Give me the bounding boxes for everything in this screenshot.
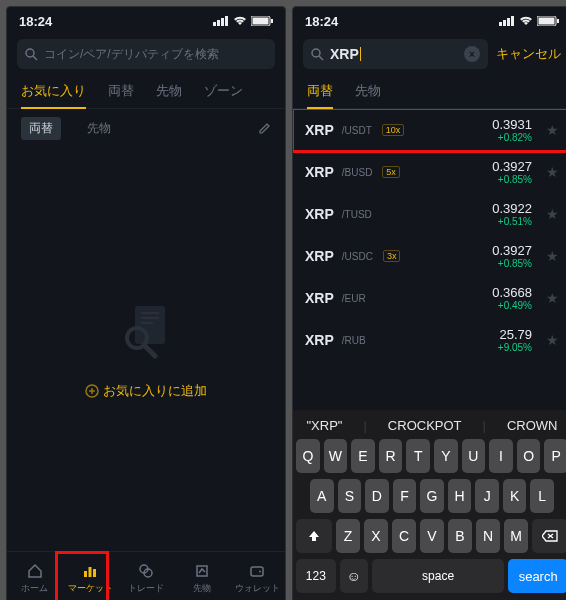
key-e[interactable]: E <box>351 439 375 473</box>
tab-futures[interactable]: 先物 <box>156 82 182 108</box>
key-g[interactable]: G <box>420 479 444 513</box>
key-p[interactable]: P <box>544 439 566 473</box>
svg-rect-24 <box>251 567 263 576</box>
cancel-button[interactable]: キャンセル <box>496 45 561 63</box>
search-input[interactable]: XRP × <box>303 39 488 69</box>
nav-wallet[interactable]: ウォレット <box>229 552 285 600</box>
trade-icon <box>138 562 154 580</box>
signal-icon <box>499 16 515 26</box>
key-j[interactable]: J <box>475 479 499 513</box>
key-l[interactable]: L <box>530 479 554 513</box>
tab-zones[interactable]: ゾーン <box>204 82 243 108</box>
key-v[interactable]: V <box>420 519 444 553</box>
plus-circle-icon <box>85 384 99 398</box>
symbol: XRP <box>305 248 334 264</box>
key-k[interactable]: K <box>503 479 527 513</box>
star-icon[interactable]: ★ <box>546 122 559 138</box>
svg-line-14 <box>144 345 155 356</box>
tab-spot[interactable]: 両替 <box>307 82 333 108</box>
subtab-spot[interactable]: 両替 <box>21 117 61 140</box>
svg-rect-1 <box>217 20 220 26</box>
star-icon[interactable]: ★ <box>546 206 559 222</box>
key-h[interactable]: H <box>448 479 472 513</box>
key-space[interactable]: space <box>372 559 505 593</box>
key-y[interactable]: Y <box>434 439 458 473</box>
key-n[interactable]: N <box>476 519 500 553</box>
suggestion[interactable]: "XRP" <box>307 418 343 433</box>
symbol: XRP <box>305 290 334 306</box>
key-numbers[interactable]: 123 <box>296 559 336 593</box>
suggestion[interactable]: CROCKPOT <box>388 418 462 433</box>
key-u[interactable]: U <box>462 439 486 473</box>
svg-rect-28 <box>507 18 510 26</box>
price: 0.3931 <box>492 117 532 132</box>
key-i[interactable]: I <box>489 439 513 473</box>
key-m[interactable]: M <box>504 519 528 553</box>
nav-trade[interactable]: トレード <box>118 552 174 600</box>
nav-market[interactable]: マーケット <box>63 552 119 600</box>
price: 0.3927 <box>492 243 532 258</box>
battery-icon <box>537 16 559 26</box>
nav-futures[interactable]: 先物 <box>174 552 230 600</box>
subtab-futures[interactable]: 先物 <box>79 117 119 140</box>
pair-row[interactable]: XRP/USDC3x0.3927+0.85%★ <box>293 235 566 277</box>
svg-line-8 <box>33 56 37 60</box>
key-w[interactable]: W <box>324 439 348 473</box>
svg-rect-5 <box>253 18 269 25</box>
key-x[interactable]: X <box>364 519 388 553</box>
status-icons <box>499 16 559 26</box>
result-list[interactable]: XRP/USDT10x0.3931+0.82%★XRP/BUSD5x0.3927… <box>293 109 566 410</box>
star-icon[interactable]: ★ <box>546 290 559 306</box>
svg-point-25 <box>259 571 261 573</box>
pair-row[interactable]: XRP/TUSD0.3922+0.51%★ <box>293 193 566 235</box>
svg-rect-19 <box>89 567 92 577</box>
key-r[interactable]: R <box>379 439 403 473</box>
key-z[interactable]: Z <box>336 519 360 553</box>
status-bar: 18:24 <box>293 7 566 35</box>
key-o[interactable]: O <box>517 439 541 473</box>
star-icon[interactable]: ★ <box>546 332 559 348</box>
pair-row[interactable]: XRP/RUB25.79+9.05%★ <box>293 319 566 361</box>
svg-rect-11 <box>141 317 159 319</box>
key-b[interactable]: B <box>448 519 472 553</box>
pair-row[interactable]: XRP/BUSD5x0.3927+0.85%★ <box>293 151 566 193</box>
tab-spot[interactable]: 両替 <box>108 82 134 108</box>
svg-point-33 <box>312 49 320 57</box>
status-icons <box>213 16 273 26</box>
svg-rect-18 <box>84 571 87 577</box>
svg-rect-12 <box>141 322 153 324</box>
svg-rect-0 <box>213 22 216 26</box>
text-caret <box>360 47 361 61</box>
clear-icon[interactable]: × <box>464 46 480 62</box>
key-t[interactable]: T <box>406 439 430 473</box>
tab-futures[interactable]: 先物 <box>355 82 381 108</box>
key-emoji[interactable]: ☺ <box>340 559 368 593</box>
search-placeholder: コイン/ペア/デリバティブを検索 <box>44 46 219 63</box>
pair-row[interactable]: XRP/USDT10x0.3931+0.82%★ <box>293 109 566 151</box>
status-bar: 18:24 <box>7 7 285 35</box>
key-s[interactable]: S <box>338 479 362 513</box>
edit-icon[interactable] <box>259 120 271 138</box>
star-icon[interactable]: ★ <box>546 164 559 180</box>
star-icon[interactable]: ★ <box>546 248 559 264</box>
search-input[interactable]: コイン/ペア/デリバティブを検索 <box>17 39 275 69</box>
suggestion[interactable]: CROWN <box>507 418 558 433</box>
change-pct: +0.85% <box>492 174 532 185</box>
key-c[interactable]: C <box>392 519 416 553</box>
key-backspace[interactable] <box>532 519 566 553</box>
quote-pair: /USDC <box>342 251 373 262</box>
key-a[interactable]: A <box>310 479 334 513</box>
tab-favorites[interactable]: お気に入り <box>21 82 86 108</box>
nav-home[interactable]: ホーム <box>7 552 63 600</box>
leverage-badge: 3x <box>383 250 401 262</box>
svg-rect-6 <box>271 19 273 23</box>
key-f[interactable]: F <box>393 479 417 513</box>
key-d[interactable]: D <box>365 479 389 513</box>
key-q[interactable]: Q <box>296 439 320 473</box>
pair-row[interactable]: XRP/EUR0.3668+0.49%★ <box>293 277 566 319</box>
quote-pair: /EUR <box>342 293 366 304</box>
price: 0.3668 <box>492 285 532 300</box>
key-search[interactable]: search <box>508 559 566 593</box>
add-favorite-button[interactable]: お気に入りに追加 <box>85 382 207 400</box>
key-shift[interactable] <box>296 519 332 553</box>
